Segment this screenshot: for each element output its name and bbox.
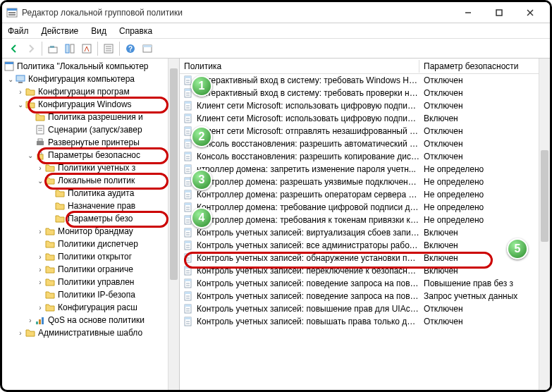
menu-view[interactable]: Вид (90, 25, 108, 37)
list-row[interactable]: Контроль учетных записей: повышать права… (180, 315, 550, 328)
policy-name: Консоль восстановления: разрешить автома… (197, 139, 419, 149)
maximize-button[interactable] (484, 3, 515, 23)
list-row[interactable]: Контроллер домена: разрешать уязвимые по… (180, 176, 550, 188)
list-row[interactable]: Контроллер домена: требования к токенам … (180, 214, 550, 226)
chevron-down-icon[interactable]: ⌄ (16, 101, 25, 109)
tree-scrollbar[interactable] (168, 59, 179, 390)
svg-rect-24 (18, 82, 23, 83)
folder-icon (44, 251, 56, 262)
properties-button[interactable] (101, 41, 116, 56)
list-row[interactable]: Клиент сети Microsoft: использовать цифр… (180, 112, 550, 125)
chevron-right-icon[interactable]: › (36, 304, 44, 312)
folder-icon (54, 213, 66, 224)
chevron-right-icon[interactable]: › (26, 317, 35, 324)
list-row[interactable]: Контроль учетных записей: все администра… (180, 239, 550, 252)
policy-item-icon (183, 316, 194, 327)
forward-button[interactable] (23, 41, 39, 56)
show-hide-button[interactable] (62, 41, 78, 56)
annotation-marker-3: 3 (191, 169, 212, 190)
policy-name: Контроль учетных записей: повышение прав… (197, 304, 419, 314)
chevron-down-icon[interactable]: ⌄ (6, 75, 15, 83)
policy-item-icon (183, 100, 194, 111)
tree-item[interactable]: Политики IP-безопа (2, 288, 179, 301)
column-security-param[interactable]: Параметр безопасности (419, 60, 550, 73)
tree-item[interactable]: Сценарии (запуск/завер (2, 123, 179, 136)
chevron-down-icon[interactable]: ⌄ (36, 177, 44, 185)
chevron-right-icon[interactable]: › (16, 329, 25, 337)
tree-item[interactable]: ›Политики управлен (2, 276, 179, 288)
annotation-marker-2: 2 (191, 126, 212, 147)
tree-label: Политики открытог (58, 252, 132, 262)
tree-item[interactable]: ⌄Конфигурация компьютера (2, 73, 179, 85)
svg-rect-5 (496, 10, 502, 16)
tree-label: Политика разрешения и (48, 112, 143, 122)
policy-name: Контроль учетных записей: повышать права… (197, 317, 419, 326)
chevron-right-icon[interactable]: › (36, 266, 44, 274)
list-row[interactable]: Контроль учетных записей: поведение запр… (180, 290, 550, 302)
folder-icon (44, 302, 56, 313)
tree-item[interactable]: ›Конфигурация расш (2, 301, 179, 314)
svg-rect-11 (70, 44, 74, 53)
up-button[interactable] (45, 41, 61, 56)
chevron-right-icon[interactable]: › (36, 164, 44, 172)
svg-rect-2 (8, 12, 16, 13)
list-row[interactable]: нтроллер домена: запретить изменение пар… (180, 163, 550, 176)
policy-value: Отключен (419, 126, 550, 136)
policy-value: Включен (419, 114, 550, 123)
annotation-highlight (66, 211, 168, 228)
list-scrollbar[interactable] (539, 59, 550, 390)
list-row[interactable]: Консоль восстановления: разрешить копиро… (180, 150, 550, 163)
svg-rect-53 (185, 203, 191, 205)
list-row[interactable]: Интерактивный вход в систему: требовать … (180, 87, 550, 99)
list-row[interactable]: Контроллер домена: разрешить операторам … (180, 188, 550, 201)
svg-rect-25 (37, 125, 44, 134)
column-policy[interactable]: Политика (180, 60, 419, 73)
menu-action[interactable]: Действие (40, 25, 80, 37)
tree-item[interactable]: ›QoS на основе политики (2, 314, 179, 326)
svg-rect-20 (143, 45, 152, 47)
policy-value: Отключен (419, 304, 550, 314)
tree-root[interactable]: Политика "Локальный компьютер ^ (2, 60, 179, 73)
chevron-right-icon[interactable]: › (16, 88, 25, 96)
svg-rect-1 (7, 8, 17, 11)
menu-bar: Файл Действие Вид Справка (2, 23, 550, 39)
svg-rect-71 (185, 317, 191, 319)
tree-item[interactable]: ›Административные шабло (2, 326, 179, 339)
list-row[interactable]: Контроллер домена: требование цифровой п… (180, 201, 550, 214)
tree-label: Конфигурация компьютера (28, 74, 135, 84)
list-row[interactable]: Контроль учетных записей: виртуализация … (180, 226, 550, 239)
list-row[interactable]: Интерактивный вход в систему: требовать … (180, 74, 550, 87)
list-header: Политика Параметр безопасности (180, 59, 550, 74)
chevron-down-icon[interactable]: ⌄ (26, 152, 35, 159)
policy-value: Отключен (419, 317, 550, 326)
svg-rect-49 (185, 178, 191, 180)
chevron-right-icon[interactable]: › (36, 253, 44, 261)
list-row[interactable]: Консоль восстановления: разрешить автома… (180, 137, 550, 150)
list-row[interactable]: Клиент сети Microsoft: использовать цифр… (180, 99, 550, 112)
policy-name: Контроллер домена: требования к токенам … (197, 215, 419, 225)
menu-help[interactable]: Справка (118, 25, 154, 37)
svg-rect-35 (185, 89, 191, 91)
tree-item[interactable]: Политики диспетчер (2, 238, 179, 250)
svg-rect-59 (185, 241, 191, 243)
filter-button[interactable] (140, 41, 155, 56)
chevron-right-icon[interactable]: › (36, 278, 44, 286)
policy-item-icon (183, 189, 194, 200)
list-row[interactable]: Клиент сети Microsoft: отправлять незаши… (180, 125, 550, 137)
list-row[interactable]: Контроль учетных записей: поведение запр… (180, 277, 550, 290)
tree-item[interactable]: ›Политики открытог (2, 250, 179, 263)
close-button[interactable] (515, 3, 546, 23)
policy-name: Контроль учетных записей: поведение запр… (197, 278, 419, 288)
chevron-right-icon[interactable]: › (36, 228, 44, 235)
policy-icon (4, 61, 15, 72)
list-row[interactable]: Контроль учетных записей: повышение прав… (180, 302, 550, 315)
tree-label: Политики учетных з (58, 163, 135, 173)
policy-name: Контроль учетных записей: виртуализация … (197, 228, 419, 238)
minimize-button[interactable] (453, 3, 484, 23)
help-button[interactable]: ? (123, 41, 138, 56)
export-button[interactable] (79, 41, 94, 56)
back-button[interactable] (6, 41, 22, 56)
menu-file[interactable]: Файл (6, 25, 30, 37)
tree-label: Политики ограниче (58, 264, 133, 274)
tree-item[interactable]: ›Политики ограниче (2, 263, 179, 276)
